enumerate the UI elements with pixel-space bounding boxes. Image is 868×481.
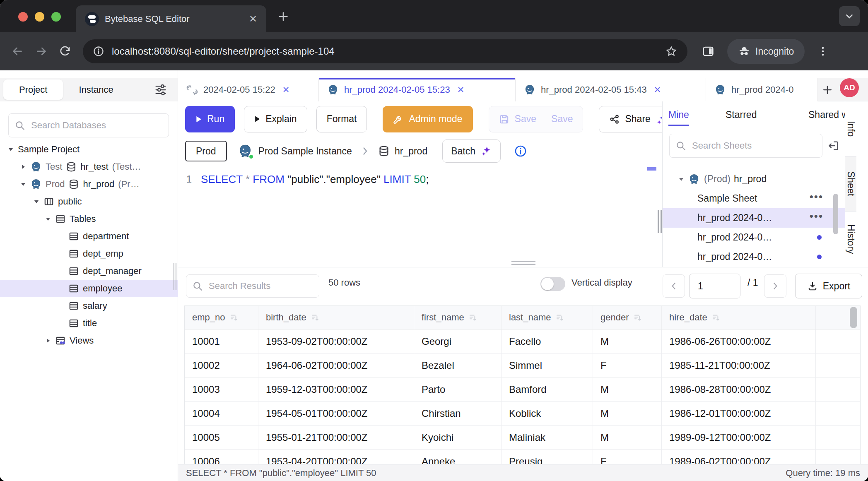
cell-hire_date[interactable]: 1986-06-26T00:00:00Z [662, 329, 816, 354]
cell-hire_date[interactable]: 1985-11-21T00:00:00Z [662, 354, 816, 378]
tree-item-title[interactable]: title [0, 315, 178, 332]
caret-right-icon[interactable] [20, 164, 27, 170]
cell-gender[interactable]: M [593, 378, 662, 402]
sheet-item[interactable]: Sample Sheet••• [663, 189, 845, 208]
cell-hire_date[interactable]: 1986-08-28T00:00:00Z [662, 378, 816, 402]
column-header-emp_no[interactable]: emp_no [185, 306, 258, 329]
cell-first_name[interactable]: Chirstian [414, 402, 502, 426]
admin-mode-button[interactable]: Admin mode [383, 106, 473, 132]
cell-emp_no[interactable]: 10001 [185, 329, 258, 354]
reload-icon[interactable] [59, 45, 71, 58]
sheet-item[interactable]: hr_prod 2024-0… [663, 247, 845, 267]
cell-first_name[interactable]: Bezalel [414, 354, 502, 378]
prev-page-button[interactable] [663, 274, 685, 298]
new-sheet-icon[interactable] [821, 84, 834, 96]
side-panel-icon[interactable] [702, 45, 715, 58]
database-search-input[interactable] [30, 120, 163, 131]
sort-icon[interactable] [229, 313, 239, 322]
forward-icon[interactable] [35, 45, 48, 58]
back-icon[interactable] [11, 45, 24, 58]
page-number-input[interactable] [689, 274, 740, 298]
batch-button[interactable]: Batch [442, 139, 501, 163]
results-resize-handle[interactable] [511, 261, 535, 265]
tab-instance[interactable]: Instance [63, 79, 129, 100]
column-header-birth_date[interactable]: birth_date [258, 306, 414, 329]
caret-down-icon[interactable] [20, 181, 27, 188]
caret-right-icon[interactable] [45, 337, 51, 344]
sheet-search[interactable] [669, 134, 822, 158]
filter-settings-icon[interactable] [154, 84, 167, 96]
tree-item-sample-project[interactable]: Sample Project [0, 141, 178, 158]
browser-tab[interactable]: Bytebase SQL Editor ✕ [76, 5, 266, 32]
tab-search-button[interactable] [839, 6, 860, 26]
bookmark-star-icon[interactable] [665, 45, 678, 58]
url-bar[interactable]: localhost:8080/sql-editor/sheet/project-… [83, 39, 687, 63]
macos-close-button[interactable] [18, 12, 28, 22]
results-search-input[interactable] [208, 280, 313, 292]
sheet-item[interactable]: hr_prod 2024-0… [663, 228, 845, 247]
caret-down-icon[interactable] [7, 146, 14, 153]
tab-starred[interactable]: Starred [726, 101, 757, 128]
run-button[interactable]: Run [185, 106, 235, 132]
tree-item-dept_emp[interactable]: dept_emp [0, 245, 178, 262]
macos-zoom-button[interactable] [51, 12, 61, 22]
editor-tab[interactable]: hr_prod 2024-02-05 15:23✕ [319, 78, 516, 101]
browser-menu-icon[interactable] [817, 46, 829, 57]
rail-tab-history[interactable]: History [845, 212, 856, 267]
column-header-gender[interactable]: gender [593, 306, 662, 329]
rail-tab-sheet[interactable]: Sheet [845, 156, 856, 212]
database-name[interactable]: hr_prod [395, 146, 427, 157]
save-button[interactable]: SaveSave [489, 106, 583, 132]
cell-last_name[interactable]: Maliniak [502, 426, 593, 450]
instance-name[interactable]: Prod Sample Instance [258, 146, 352, 157]
tree-item-views[interactable]: Views [0, 332, 178, 349]
sort-icon[interactable] [633, 313, 642, 322]
panel-resize-handle[interactable] [658, 210, 662, 233]
sort-icon[interactable] [311, 313, 320, 322]
caret-down-icon[interactable] [45, 216, 51, 222]
tab-project[interactable]: Project [3, 79, 63, 100]
close-tab-icon[interactable]: ✕ [282, 85, 290, 95]
vertical-display-toggle[interactable] [540, 277, 565, 291]
caret-down-icon[interactable] [33, 198, 40, 205]
tree-item-department[interactable]: department [0, 228, 178, 245]
cell-birth_date[interactable]: 1955-01-21T00:00:00Z [258, 426, 414, 450]
tree-item-public[interactable]: public [0, 193, 178, 210]
cell-birth_date[interactable]: 1964-06-02T00:00:00Z [258, 354, 414, 378]
sort-icon[interactable] [468, 313, 477, 322]
sort-icon[interactable] [711, 313, 721, 322]
environment-badge[interactable]: Prod [185, 141, 227, 161]
sheet-scrollbar[interactable] [833, 194, 838, 234]
sheet-item[interactable]: hr_prod 2024-0…••• [663, 208, 845, 228]
close-tab-icon[interactable]: ✕ [457, 85, 465, 95]
database-search[interactable] [8, 113, 169, 137]
tree-item-hr_prod[interactable]: Prodhr_prod(Pr… [0, 176, 178, 193]
cell-first_name[interactable]: Georgi [414, 329, 502, 354]
export-button[interactable]: Export [795, 274, 862, 298]
cell-first_name[interactable]: Kyoichi [414, 426, 502, 450]
cell-emp_no[interactable]: 10002 [185, 354, 258, 378]
sheet-item-partial[interactable]: hr_prod 2024-0… [663, 164, 845, 169]
cell-hire_date[interactable]: 1989-06-02T00:00:00Z [662, 450, 816, 464]
tree-item-salary[interactable]: salary [0, 297, 178, 315]
cell-hire_date[interactable]: 1989-09-12T00:00:00Z [662, 426, 816, 450]
editor-tab[interactable]: hr_prod 2024-0 [706, 78, 818, 101]
tree-item-employee[interactable]: employee [0, 280, 178, 297]
explain-button[interactable]: Explain [244, 106, 307, 132]
cell-gender[interactable]: F [593, 450, 662, 464]
info-icon[interactable] [514, 144, 527, 158]
sql-code-editor[interactable]: 1 SELECT * FROM "public"."employee" LIMI… [178, 166, 663, 267]
tree-item-hr_test[interactable]: Testhr_test(Test… [0, 158, 178, 176]
cell-last_name[interactable]: Preusig [502, 450, 593, 464]
column-header-first_name[interactable]: first_name [414, 306, 502, 329]
site-info-icon[interactable] [93, 46, 104, 57]
cell-gender[interactable]: M [593, 402, 662, 426]
cell-birth_date[interactable]: 1954-05-01T00:00:00Z [258, 402, 414, 426]
sidebar-resize-handle[interactable] [174, 263, 178, 290]
tree-item-tables[interactable]: Tables [0, 210, 178, 228]
close-tab-icon[interactable]: ✕ [249, 13, 257, 25]
cell-last_name[interactable]: Bamford [502, 378, 593, 402]
cell-gender[interactable]: F [593, 354, 662, 378]
cell-last_name[interactable]: Koblick [502, 402, 593, 426]
macos-minimize-button[interactable] [35, 12, 44, 22]
